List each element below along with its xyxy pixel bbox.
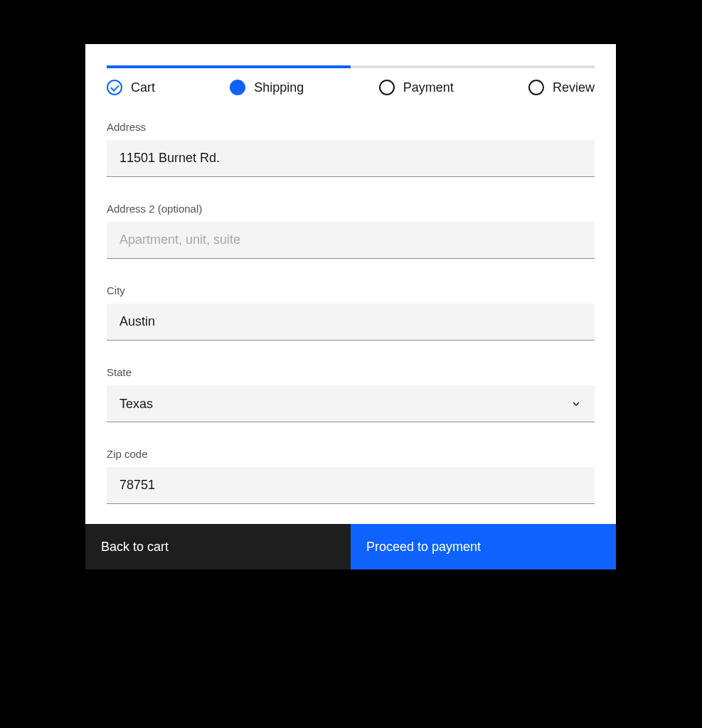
zip-field-group: Zip code	[107, 448, 595, 504]
state-field-group: State Texas	[107, 366, 595, 422]
checkout-panel: Cart Shipping Payment Review Address Add…	[85, 44, 616, 569]
circle-filled-icon	[230, 80, 245, 95]
check-circle-icon	[107, 80, 122, 95]
step-label: Review	[553, 80, 595, 95]
progress-steps: Cart Shipping Payment Review	[107, 80, 595, 95]
address-input[interactable]	[107, 140, 595, 177]
city-input[interactable]	[107, 304, 595, 341]
progress-indicator: Cart Shipping Payment Review	[85, 65, 616, 117]
address-label: Address	[107, 121, 595, 133]
step-review[interactable]: Review	[528, 80, 595, 95]
button-bar: Back to cart Proceed to payment	[85, 524, 616, 569]
step-label: Shipping	[254, 80, 304, 95]
shipping-form: Address Address 2 (optional) City State …	[85, 117, 616, 504]
zip-input[interactable]	[107, 467, 595, 504]
progress-track	[107, 65, 595, 68]
step-shipping[interactable]: Shipping	[230, 80, 304, 95]
progress-fill	[107, 65, 351, 68]
step-label: Payment	[403, 80, 454, 95]
circle-outline-icon	[528, 80, 544, 95]
city-label: City	[107, 284, 595, 296]
state-select[interactable]: Texas	[107, 385, 595, 422]
circle-outline-icon	[379, 80, 395, 95]
step-cart[interactable]: Cart	[107, 80, 155, 95]
state-label: State	[107, 366, 595, 378]
proceed-to-payment-button[interactable]: Proceed to payment	[351, 524, 616, 569]
step-label: Cart	[131, 80, 155, 95]
zip-label: Zip code	[107, 448, 595, 460]
back-to-cart-button[interactable]: Back to cart	[85, 524, 351, 569]
address2-label: Address 2 (optional)	[107, 203, 595, 215]
step-payment[interactable]: Payment	[379, 80, 454, 95]
city-field-group: City	[107, 284, 595, 341]
address2-field-group: Address 2 (optional)	[107, 203, 595, 259]
state-select-wrap: Texas	[107, 385, 595, 422]
address-field-group: Address	[107, 121, 595, 177]
address2-input[interactable]	[107, 222, 595, 259]
